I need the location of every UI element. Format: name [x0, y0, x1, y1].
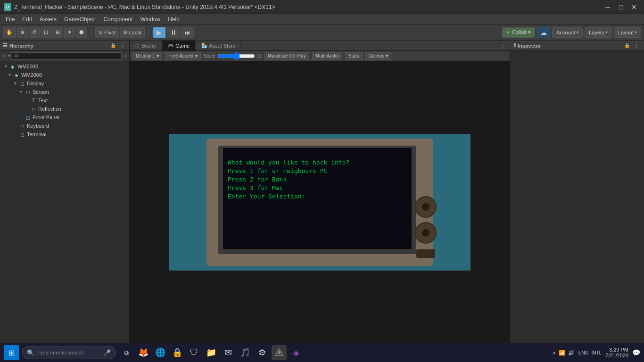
aspect-label: Free Aspect: [168, 53, 193, 58]
menu-edit[interactable]: Edit: [18, 14, 36, 24]
layout-button[interactable]: Layout ▾: [614, 27, 641, 38]
hierarchy-add-btn[interactable]: +: [2, 52, 6, 60]
local-button[interactable]: ⊛ Local: [120, 27, 144, 38]
toolbar-sep-1: [91, 27, 91, 38]
hierarchy-search-input[interactable]: [12, 52, 122, 60]
tab-asset-store[interactable]: 🏪 Asset Store: [196, 41, 242, 50]
hierarchy-lock[interactable]: 🔓: [109, 42, 117, 49]
lang-intl: INTL: [591, 350, 602, 355]
close-button[interactable]: ✕: [628, 2, 640, 12]
mail-btn[interactable]: ✉: [221, 345, 236, 360]
title-bar: U 2_Terminal_Hacker - SampleScene - PC, …: [0, 0, 644, 14]
minimize-button[interactable]: ─: [602, 2, 614, 12]
aspect-selector[interactable]: Free Aspect ▾: [165, 52, 200, 60]
maximize-button[interactable]: □: [615, 2, 627, 12]
rect-tool[interactable]: ⊞: [52, 27, 63, 38]
scale-slider[interactable]: [217, 53, 255, 59]
hierarchy-add-arrow[interactable]: ▾: [8, 54, 10, 58]
menu-file[interactable]: File: [2, 14, 18, 24]
pivot-button[interactable]: ⊙ Pivot: [95, 27, 119, 38]
title-bar-controls[interactable]: ─ □ ✕: [602, 2, 640, 12]
tree-item-terminal[interactable]: ◻ Terminal: [0, 130, 129, 139]
tree-item-display[interactable]: ▼ ◻ Display: [0, 79, 129, 88]
tree-item-frontpanel[interactable]: ◻ Front Panel: [0, 113, 129, 122]
gameobject-icon: ◻: [19, 123, 25, 129]
tree-item-wm2000[interactable]: ▼ ◈ WM2000: [0, 71, 129, 79]
menu-gameobject[interactable]: GameObject: [60, 14, 99, 24]
account-button[interactable]: Account ▾: [552, 27, 583, 38]
tab-game[interactable]: 🎮 Game: [162, 41, 196, 50]
taskbar-search[interactable]: 🔍 Type here to search 🎤: [22, 346, 116, 359]
hierarchy-more[interactable]: ⋮: [119, 42, 126, 49]
volume-icon: 🔊: [568, 350, 575, 356]
start-button[interactable]: ⊞: [4, 345, 19, 360]
scene-icon: ⬡: [135, 43, 140, 48]
tab-scene[interactable]: ⬡ Scene: [130, 41, 162, 50]
display-arrow: ▾: [157, 53, 159, 58]
svg-point-30: [278, 351, 281, 354]
edge-btn[interactable]: 🌐: [153, 345, 168, 360]
layers-label: Layers: [589, 30, 604, 35]
settings-btn[interactable]: ⚙: [255, 345, 270, 360]
tree-item-keyboard[interactable]: ◻ Keyboard: [0, 122, 129, 130]
time-display[interactable]: 3:29 PM 7/21/2020: [605, 347, 628, 358]
scale-label: Scale: [204, 53, 215, 58]
game-scene-svg: What would you like to hack into? Press …: [169, 134, 471, 271]
gizmos-arrow: ▾: [386, 53, 388, 58]
taskview-btn[interactable]: ⧉: [119, 345, 134, 360]
rotate-tool[interactable]: ↺: [29, 27, 40, 38]
tray-up-arrow[interactable]: ∧: [553, 350, 556, 355]
hierarchy-toolbar: + ▾ ◁: [0, 51, 129, 61]
stats-btn[interactable]: Stats: [345, 52, 363, 60]
network-icon: 📶: [559, 350, 565, 356]
unity-taskbar-btn[interactable]: [272, 345, 287, 360]
menu-help[interactable]: Help: [164, 14, 183, 24]
tree-item-screen[interactable]: ▼ ◻ Screen: [0, 88, 129, 96]
display-selector[interactable]: Display 1 ▾: [132, 52, 162, 60]
music-btn[interactable]: 🎵: [238, 345, 253, 360]
vs-btn[interactable]: ◈: [289, 345, 304, 360]
security-btn[interactable]: 🔒: [170, 345, 185, 360]
reflection-icon: ◻: [30, 106, 37, 112]
hierarchy-search-left[interactable]: ◁: [124, 53, 127, 58]
layout-dropdown-arrow: ▾: [635, 30, 637, 34]
pause-button[interactable]: ⏸: [167, 27, 180, 38]
layers-button[interactable]: Layers ▾: [585, 27, 612, 38]
tree-item-text[interactable]: T Text: [0, 96, 129, 105]
inspector-lock[interactable]: 🔓: [623, 42, 631, 49]
cloud-button[interactable]: ☁: [537, 27, 550, 38]
toolbar-sep-2: [149, 27, 149, 38]
notification-btn[interactable]: 💬: [632, 349, 640, 356]
firefox-btn[interactable]: 🦊: [136, 345, 151, 360]
svg-rect-13: [416, 249, 435, 258]
tree-item-reflection[interactable]: ◻ Reflection: [0, 105, 129, 113]
game-tabs: ⬡ Scene 🎮 Game 🏪 Asset Store ⋮: [130, 41, 510, 51]
mic-icon[interactable]: 🎤: [103, 349, 111, 356]
unity-icon: U: [4, 3, 11, 11]
antivirus-btn[interactable]: 🛡: [187, 345, 202, 360]
tree-item-wm2000-root[interactable]: ▼ ◈ WM2000: [0, 62, 129, 71]
menu-component[interactable]: Component: [99, 14, 136, 24]
menu-assets[interactable]: Assets: [36, 14, 60, 24]
scale-tool[interactable]: ⊡: [41, 27, 51, 38]
svg-text:What would you like to hack in: What would you like to hack into?: [228, 159, 349, 166]
inspector-more[interactable]: ⋮: [633, 42, 640, 49]
files-btn[interactable]: 📁: [204, 345, 219, 360]
move-tool[interactable]: ⊕: [17, 27, 28, 38]
play-button[interactable]: ▶: [153, 27, 166, 38]
custom-tool[interactable]: ⬣: [76, 27, 87, 38]
step-button[interactable]: ⏭: [181, 27, 194, 38]
game-viewport: What would you like to hack into? Press …: [130, 61, 510, 343]
menu-window[interactable]: Window: [136, 14, 164, 24]
transform-tool[interactable]: ✦: [64, 27, 75, 38]
gameobject-icon: ◻: [19, 131, 25, 138]
game-panel-more[interactable]: ⋮: [499, 42, 507, 49]
svg-text:Press 1 for ur neigbours PC: Press 1 for ur neigbours PC: [228, 167, 327, 174]
game-area: ⬡ Scene 🎮 Game 🏪 Asset Store ⋮ Display 1…: [130, 41, 510, 343]
collab-button[interactable]: ✓ Collab ▾: [502, 27, 535, 38]
maximize-on-play-btn[interactable]: Maximize On Play: [264, 52, 309, 60]
hand-tool[interactable]: ✋: [3, 27, 16, 38]
gizmos-btn[interactable]: Gizmos ▾: [365, 52, 392, 60]
mute-audio-btn[interactable]: Mute Audio: [312, 52, 342, 60]
game-icon: 🎮: [168, 43, 173, 48]
